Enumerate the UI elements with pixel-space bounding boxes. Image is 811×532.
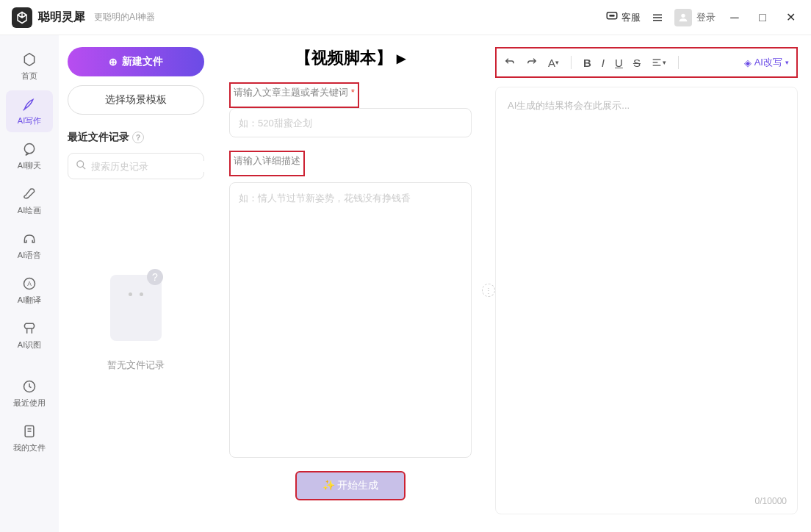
nav-home[interactable]: 首页 xyxy=(6,46,53,87)
avatar-icon xyxy=(674,9,692,26)
highlight-topic-label: 请输入文章主题或者关键词 * xyxy=(229,82,359,108)
headphone-icon xyxy=(21,231,37,247)
underline-button[interactable]: U xyxy=(615,57,623,69)
font-color-button[interactable]: A▾ xyxy=(548,57,559,69)
maximize-button[interactable]: □ xyxy=(754,9,771,26)
align-button[interactable]: ▾ xyxy=(651,57,666,68)
output-area[interactable]: AI生成的结果将会在此展示... 0/10000 xyxy=(495,87,798,514)
brush-icon xyxy=(21,186,37,202)
nav-ai-translate[interactable]: A AI翻译 xyxy=(6,270,53,312)
toolbar-separator xyxy=(678,56,679,69)
recent-files-heading: 最近文件记录 ? xyxy=(68,131,204,144)
form-column: 【视频脚本】 ▶ 请输入文章主题或者关键词 * 请输入详细描述 ✨ 开始生成 ⋮ xyxy=(213,35,488,532)
home-icon xyxy=(21,51,37,68)
new-file-button[interactable]: ⊕ 新建文件 xyxy=(68,47,204,76)
nav-ai-voice[interactable]: AI语音 xyxy=(6,225,53,267)
nav-ai-chat[interactable]: AI聊天 xyxy=(6,135,53,177)
highlight-detail-label: 请输入详细描述 xyxy=(229,151,305,176)
italic-button[interactable]: I xyxy=(602,57,605,69)
nav-ai-writing[interactable]: AI写作 xyxy=(6,90,53,132)
generate-button[interactable]: ✨ 开始生成 xyxy=(295,471,406,500)
svg-line-16 xyxy=(82,166,85,169)
search-input[interactable] xyxy=(91,161,215,172)
minimize-button[interactable]: ─ xyxy=(726,9,743,26)
toolbar-separator xyxy=(571,56,572,69)
redo-button[interactable] xyxy=(526,57,538,68)
titlebar: 聪明灵犀 更聪明的AI神器 客服 登录 ─ □ ✕ xyxy=(0,0,811,35)
svg-point-3 xyxy=(613,15,615,17)
svg-point-15 xyxy=(77,160,84,167)
detail-textarea[interactable] xyxy=(229,182,472,458)
topic-input[interactable] xyxy=(229,108,472,137)
svg-point-1 xyxy=(610,15,611,17)
svg-text:A: A xyxy=(27,280,32,287)
close-button[interactable]: ✕ xyxy=(782,9,799,26)
sidebar: 首页 AI写作 AI聊天 AI绘画 AI语音 A AI翻译 AI识图 xyxy=(0,35,59,532)
editor-toolbar: A▾ B I U S ▾ ◈ AI改写 ▾ xyxy=(495,47,798,78)
nav-ai-paint[interactable]: AI绘画 xyxy=(6,180,53,222)
nav-ai-image[interactable]: AI识图 xyxy=(6,314,53,356)
plus-circle-icon: ⊕ xyxy=(109,56,118,68)
strikethrough-button[interactable]: S xyxy=(633,57,641,69)
column-resize-handle[interactable]: ⋮ xyxy=(482,284,495,297)
chat-bubble-icon xyxy=(605,10,619,25)
help-icon[interactable]: ? xyxy=(132,132,144,143)
empty-state: ? 暂无文件记录 xyxy=(68,275,204,372)
search-icon xyxy=(76,159,87,173)
hamburger-menu-icon[interactable] xyxy=(651,11,664,24)
file-column: ⊕ 新建文件 选择场景模板 最近文件记录 ? ? 暂无文件记录 xyxy=(59,35,213,532)
chevron-down-icon: ▾ xyxy=(785,59,789,66)
chat-icon xyxy=(21,141,37,157)
topic-label: 请输入文章主题或者关键词 * xyxy=(234,86,355,99)
pen-icon xyxy=(21,96,37,112)
page-title: 【视频脚本】 ▶ xyxy=(229,47,472,69)
translate-icon: A xyxy=(21,276,37,292)
nav-recent[interactable]: 最近使用 xyxy=(6,373,53,414)
choose-template-button[interactable]: 选择场景模板 xyxy=(68,85,204,115)
undo-button[interactable] xyxy=(504,57,516,68)
play-icon[interactable]: ▶ xyxy=(397,51,406,65)
char-counter: 0/10000 xyxy=(755,496,787,506)
empty-illustration-icon: ? xyxy=(103,275,169,348)
customer-service-button[interactable]: 客服 xyxy=(605,10,641,25)
svg-point-8 xyxy=(24,144,34,154)
sparkle-icon: ◈ xyxy=(744,57,751,68)
history-icon xyxy=(21,378,37,395)
svg-point-2 xyxy=(611,15,613,17)
bold-button[interactable]: B xyxy=(583,57,591,69)
svg-point-7 xyxy=(681,13,685,17)
search-history-box[interactable] xyxy=(68,153,204,179)
output-column: A▾ B I U S ▾ ◈ AI改写 ▾ AI生成的结果将会在此展示... 0… xyxy=(488,35,811,532)
ai-rewrite-button[interactable]: ◈ AI改写 ▾ xyxy=(744,56,789,69)
detail-label: 请输入详细描述 xyxy=(234,154,300,168)
nav-my-files[interactable]: 我的文件 xyxy=(6,417,53,459)
image-icon xyxy=(21,320,37,337)
app-name: 聪明灵犀 xyxy=(38,10,85,25)
app-tagline: 更聪明的AI神器 xyxy=(94,11,155,24)
file-icon xyxy=(21,423,37,439)
app-logo-icon xyxy=(12,7,32,28)
login-button[interactable]: 登录 xyxy=(674,9,716,26)
